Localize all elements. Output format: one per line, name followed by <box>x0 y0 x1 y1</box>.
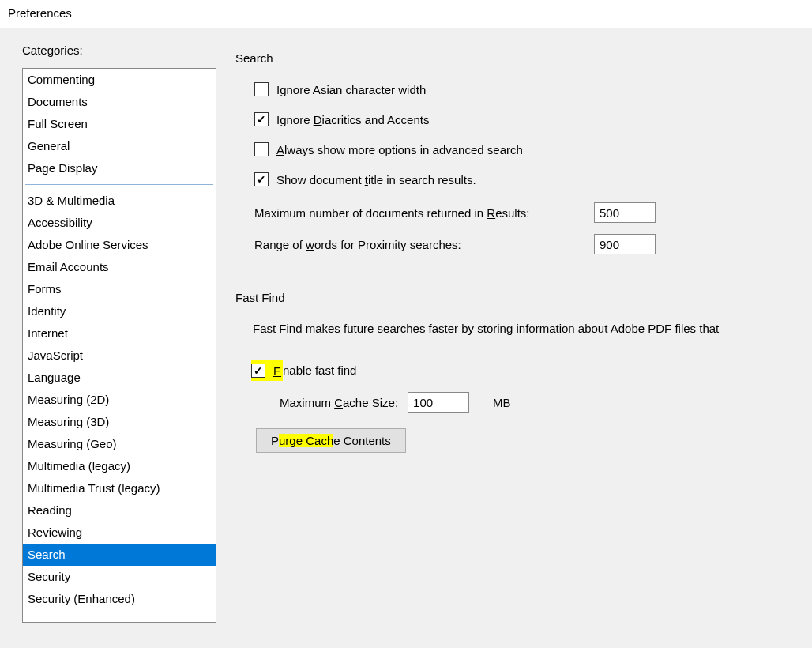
show-title-row[interactable]: Show document title in search results. <box>254 172 812 186</box>
cache-size-label: Maximum Cache Size: <box>280 396 398 409</box>
category-item[interactable]: Documents <box>23 91 216 113</box>
fastfind-group: Fast Find Fast Find makes future searche… <box>235 283 812 467</box>
category-item[interactable]: Measuring (2D) <box>23 389 216 411</box>
category-item[interactable]: Full Screen <box>23 113 216 135</box>
category-item[interactable]: Reviewing <box>23 522 216 544</box>
category-item[interactable]: JavaScript <box>23 345 216 367</box>
category-divider <box>25 184 213 185</box>
search-group: Search Ignore Asian character width Igno… <box>235 43 812 283</box>
always-more-row[interactable]: Always show more options in advanced sea… <box>254 142 812 156</box>
settings-panel: Search Ignore Asian character width Igno… <box>235 43 812 635</box>
show-title-checkbox[interactable] <box>254 172 269 186</box>
max-docs-row: Maximum number of documents returned in … <box>254 202 812 223</box>
category-item[interactable]: Security <box>23 566 216 588</box>
ignore-asian-checkbox[interactable] <box>254 82 269 96</box>
range-words-input[interactable] <box>594 234 656 254</box>
range-words-label: Range of words for Proximity searches: <box>254 238 585 251</box>
category-item[interactable]: Internet <box>23 322 216 345</box>
fastfind-group-title: Fast Find <box>235 291 290 304</box>
categories-column: Categories: CommentingDocumentsFull Scre… <box>22 43 216 635</box>
cache-size-unit: MB <box>493 396 511 409</box>
categories-heading: Categories: <box>22 43 216 57</box>
enable-fastfind-label-rest: nable fast find <box>283 364 356 377</box>
show-title-label: Show document title in search results. <box>276 173 476 186</box>
window-title: Preferences <box>8 6 72 20</box>
always-more-checkbox[interactable] <box>254 142 269 156</box>
category-item[interactable]: Accessibility <box>23 212 216 234</box>
category-item[interactable]: Language <box>23 367 216 389</box>
category-item[interactable]: Security (Enhanced) <box>23 588 216 610</box>
category-item[interactable]: General <box>23 135 216 157</box>
category-item[interactable]: Reading <box>23 499 216 522</box>
enable-fastfind-highlight: E <box>251 360 283 381</box>
window-titlebar: Preferences <box>0 0 812 28</box>
range-words-row: Range of words for Proximity searches: <box>254 234 812 254</box>
category-item[interactable]: Email Accounts <box>23 256 216 278</box>
category-item[interactable]: Search <box>23 544 216 566</box>
category-item[interactable]: Page Display <box>23 157 216 179</box>
category-item[interactable]: Measuring (Geo) <box>23 433 216 455</box>
category-item[interactable]: Forms <box>23 278 216 300</box>
ignore-diacritics-row[interactable]: Ignore Diacritics and Accents <box>254 112 812 126</box>
always-more-label: Always show more options in advanced sea… <box>276 143 523 156</box>
category-item[interactable]: Multimedia Trust (legacy) <box>23 477 216 499</box>
cache-size-row: Maximum Cache Size: MB <box>280 392 812 413</box>
search-group-title: Search <box>235 51 278 65</box>
cache-size-input[interactable] <box>408 392 469 413</box>
category-item[interactable]: Identity <box>23 300 216 322</box>
category-item[interactable]: 3D & Multimedia <box>23 190 216 212</box>
category-item[interactable]: Measuring (3D) <box>23 411 216 433</box>
ignore-diacritics-checkbox[interactable] <box>254 112 269 126</box>
category-item[interactable]: Adobe Online Services <box>23 234 216 256</box>
purge-cache-button[interactable]: Purge Cache Contents <box>256 428 406 453</box>
category-item[interactable]: Commenting <box>23 69 216 91</box>
enable-fastfind-checkbox[interactable] <box>251 364 265 378</box>
max-docs-input[interactable] <box>594 202 656 223</box>
ignore-asian-row[interactable]: Ignore Asian character width <box>254 82 812 96</box>
categories-list[interactable]: CommentingDocumentsFull ScreenGeneralPag… <box>22 68 216 623</box>
max-docs-label: Maximum number of documents returned in … <box>254 206 585 220</box>
category-item[interactable]: Multimedia (legacy) <box>23 455 216 477</box>
ignore-asian-label: Ignore Asian character width <box>276 83 426 96</box>
fastfind-description: Fast Find makes future searches faster b… <box>253 322 812 335</box>
preferences-body: Categories: CommentingDocumentsFull Scre… <box>0 28 812 648</box>
ignore-diacritics-label: Ignore Diacritics and Accents <box>276 113 429 126</box>
